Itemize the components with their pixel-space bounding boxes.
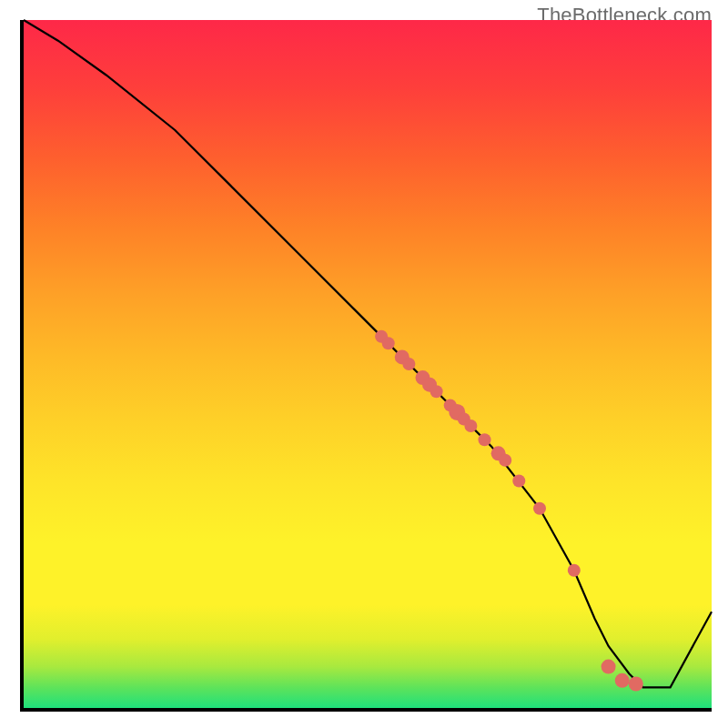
chart-svg bbox=[24, 20, 712, 708]
data-dot bbox=[568, 564, 581, 577]
data-dot bbox=[602, 660, 616, 674]
data-dot bbox=[464, 420, 477, 432]
bottleneck-curve bbox=[24, 20, 712, 687]
data-dot bbox=[479, 433, 491, 446]
data-dot bbox=[629, 677, 643, 692]
chart-container: TheBottleneck.com bbox=[0, 0, 728, 728]
data-dot bbox=[615, 673, 630, 688]
plot-area bbox=[20, 20, 712, 712]
data-dot bbox=[430, 385, 443, 398]
data-dot bbox=[402, 358, 415, 370]
data-dot bbox=[382, 337, 395, 349]
data-dot bbox=[533, 502, 546, 515]
data-dot bbox=[499, 454, 511, 467]
data-dot bbox=[512, 475, 525, 488]
